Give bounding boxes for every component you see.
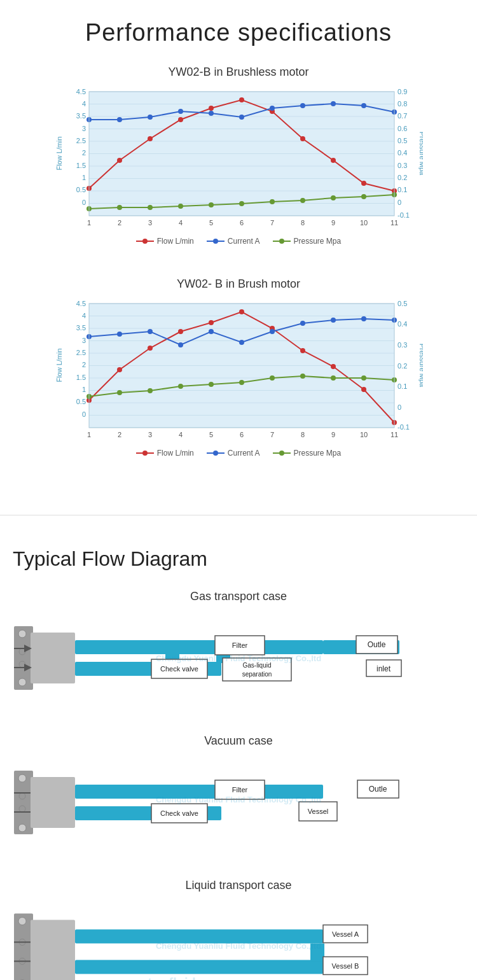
svg-text:0: 0	[398, 403, 401, 411]
svg-text:0.6: 0.6	[398, 125, 407, 132]
svg-point-159	[361, 375, 366, 381]
section-divider	[0, 515, 477, 515]
svg-point-142	[178, 342, 183, 347]
svg-point-196	[18, 824, 26, 832]
svg-point-198	[19, 806, 25, 812]
svg-point-64	[300, 103, 305, 108]
svg-point-55	[361, 181, 366, 186]
svg-point-132	[209, 320, 214, 325]
chart1-legend: Flow L/min Current A Pressure Mpa	[54, 237, 423, 246]
flow-main-title: Typical Flow Diagram	[13, 547, 464, 571]
svg-text:9: 9	[331, 431, 335, 438]
svg-text:2: 2	[82, 361, 86, 368]
svg-point-151	[117, 390, 122, 395]
svg-text:2.5: 2.5	[76, 137, 86, 144]
svg-text:2.5: 2.5	[76, 349, 86, 356]
svg-text:0.5: 0.5	[398, 137, 407, 144]
svg-text:4: 4	[179, 431, 183, 438]
svg-text:6: 6	[240, 219, 244, 227]
svg-text:0.5: 0.5	[76, 398, 86, 405]
vacuum-diagram-svg: Check valve Filter Vessel Outle Chengdu …	[13, 758, 464, 847]
svg-point-146	[300, 321, 305, 326]
svg-text:0.2: 0.2	[398, 174, 407, 181]
chart1-wrapper: 4.5 4 3.5 3 2.5 2 1.5 1 0.5 0 Flow L/min…	[54, 85, 423, 246]
svg-point-167	[279, 451, 284, 456]
page-title: Performance specifications	[13, 19, 464, 46]
svg-point-156	[270, 375, 275, 381]
svg-text:Vessel B: Vessel B	[332, 962, 359, 970]
svg-text:separation: separation	[242, 671, 272, 678]
svg-point-85	[279, 239, 284, 244]
svg-text:0.5: 0.5	[76, 186, 86, 193]
svg-text:1: 1	[82, 386, 86, 393]
flow-case-vacuum-title: Vacuum case	[13, 734, 464, 748]
svg-text:10: 10	[360, 219, 368, 227]
svg-point-58	[117, 117, 122, 122]
svg-point-50	[209, 106, 214, 111]
svg-text:0.2: 0.2	[398, 362, 407, 370]
svg-point-136	[331, 364, 336, 369]
svg-text:0.1: 0.1	[398, 186, 407, 193]
svg-text:4: 4	[82, 100, 86, 108]
svg-text:7: 7	[270, 219, 274, 227]
svg-text:3.5: 3.5	[76, 324, 86, 332]
liquid-diagram-svg: Vessel A Vessel B ptywfluid.com Chengdu …	[13, 902, 464, 980]
svg-text:3: 3	[148, 431, 152, 438]
svg-text:4: 4	[179, 219, 183, 227]
svg-point-214	[18, 918, 26, 925]
svg-text:-0.1: -0.1	[398, 211, 410, 219]
svg-text:Filter: Filter	[232, 641, 248, 649]
svg-text:3.5: 3.5	[76, 112, 86, 120]
svg-point-145	[270, 329, 275, 334]
svg-point-158	[331, 375, 336, 381]
svg-text:2: 2	[118, 431, 121, 438]
svg-text:3: 3	[82, 337, 86, 344]
svg-point-76	[331, 195, 336, 200]
svg-text:Chengdu Yuanliu Fluid Technolo: Chengdu Yuanliu Fluid Technology Co.,ltd	[156, 941, 321, 951]
svg-text:0.5: 0.5	[398, 300, 407, 307]
svg-point-61	[209, 111, 214, 116]
svg-point-73	[239, 201, 244, 206]
svg-rect-194	[31, 777, 75, 828]
svg-point-148	[361, 316, 366, 321]
svg-text:0.8: 0.8	[398, 100, 407, 108]
svg-point-47	[117, 158, 122, 163]
svg-point-141	[148, 329, 153, 334]
chart2-legend: Flow L/min Current A Pressure Mpa	[54, 449, 423, 458]
svg-point-81	[142, 239, 148, 244]
svg-text:2: 2	[82, 149, 86, 157]
svg-text:-0.1: -0.1	[398, 423, 410, 431]
svg-text:8: 8	[301, 431, 305, 438]
svg-text:2: 2	[118, 219, 121, 227]
svg-text:0.3: 0.3	[398, 341, 407, 349]
svg-text:1: 1	[87, 431, 91, 438]
svg-point-157	[300, 374, 305, 379]
svg-text:6: 6	[240, 431, 244, 438]
svg-point-131	[178, 329, 183, 334]
svg-text:Pressure Mpa: Pressure Mpa	[418, 344, 423, 388]
svg-point-147	[331, 318, 336, 323]
vacuum-diagram: Check valve Filter Vessel Outle Chengdu …	[13, 758, 464, 847]
svg-point-72	[209, 202, 214, 207]
svg-text:Outle: Outle	[369, 785, 387, 794]
svg-rect-169	[31, 633, 75, 683]
svg-text:0: 0	[82, 410, 86, 418]
legend-flow: Flow L/min	[136, 237, 194, 246]
svg-text:Flow L/min: Flow L/min	[55, 348, 63, 382]
svg-point-144	[239, 340, 244, 345]
svg-point-51	[239, 97, 244, 102]
chart1-block: YW02-B in Brushless motor	[13, 66, 464, 246]
svg-point-74	[270, 199, 275, 204]
svg-text:4.5: 4.5	[76, 300, 86, 307]
legend2-current: Current A	[207, 449, 260, 458]
flow-section: Typical Flow Diagram Gas transport case	[0, 541, 477, 980]
svg-point-154	[209, 382, 214, 387]
svg-point-83	[213, 239, 218, 244]
svg-text:0.1: 0.1	[398, 382, 407, 390]
svg-text:0: 0	[398, 199, 401, 206]
legend-current: Current A	[207, 237, 260, 246]
svg-point-171	[18, 678, 26, 686]
svg-text:8: 8	[301, 219, 305, 227]
svg-rect-176	[75, 640, 323, 654]
svg-point-62	[239, 115, 244, 120]
